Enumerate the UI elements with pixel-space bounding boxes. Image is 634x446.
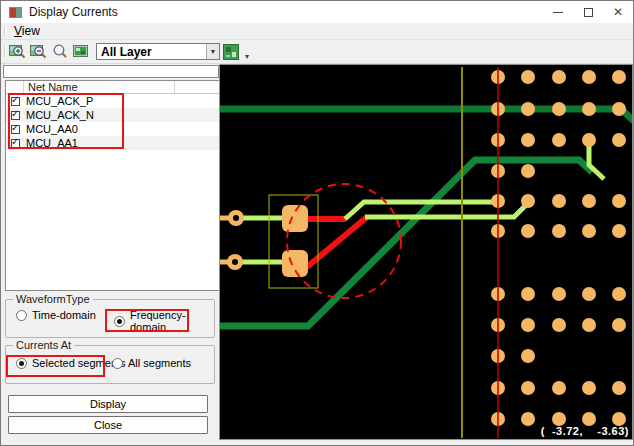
bga-pad <box>521 349 535 363</box>
bga-pad <box>582 194 596 208</box>
bga-pad <box>582 318 596 332</box>
radio-all-segments[interactable]: All segments <box>112 357 191 369</box>
component-pad <box>282 205 308 232</box>
net-list[interactable]: Net Name ✓MCU_ACK_P✓MCU_ACK_N✓MCU_AA0✓MC… <box>5 80 220 291</box>
bga-pad <box>612 133 626 147</box>
bga-pad <box>521 224 535 238</box>
net-name: MCU_AA0 <box>26 123 78 135</box>
display-currents-dialog: Display Currents ✕ View <box>0 0 634 446</box>
zoom-in-icon <box>9 43 26 60</box>
component-pad <box>282 250 308 277</box>
layer-combo-dropdown[interactable]: ▼ <box>206 44 219 59</box>
net-name: MCU_ACK_N <box>26 109 94 121</box>
bga-pad <box>521 194 535 208</box>
check-icon: ✓ <box>11 108 19 119</box>
zoom-out-button[interactable] <box>28 42 48 62</box>
net-checkbox[interactable]: ✓ <box>11 111 20 120</box>
net-list-header-checkbox-col <box>6 81 24 93</box>
menu-view[interactable]: View <box>6 22 48 40</box>
menu-bar: View <box>1 23 633 40</box>
bga-pad <box>612 194 626 208</box>
net-name: MCU_AA1 <box>26 137 78 149</box>
via-hole <box>233 215 239 221</box>
zoom-in-button[interactable] <box>7 42 27 62</box>
layer-combo[interactable]: All Layer ▼ <box>96 43 220 60</box>
currents-at-group: Currents At Selected segments All segmen… <box>5 345 215 384</box>
close-icon: ✕ <box>613 6 623 18</box>
net-row[interactable]: ✓MCU_AA0 <box>6 122 219 136</box>
board-icon <box>222 43 240 61</box>
check-icon: ✓ <box>11 136 19 147</box>
net-checkbox[interactable]: ✓ <box>11 139 20 148</box>
check-icon: ✓ <box>11 122 19 133</box>
bga-pad <box>582 224 596 238</box>
image-icon <box>72 43 89 60</box>
bga-pad <box>612 70 626 84</box>
net-row[interactable]: ✓MCU_AA1 <box>6 136 219 150</box>
bga-pad <box>552 412 566 426</box>
maximize-icon <box>584 8 593 17</box>
bga-pad <box>521 164 535 178</box>
check-icon: ✓ <box>11 94 19 105</box>
close-button[interactable]: Close <box>8 416 208 434</box>
radio-selected-segments[interactable]: Selected segments <box>16 357 126 369</box>
radio-icon <box>112 358 123 369</box>
bga-pad <box>612 381 626 395</box>
fit-view-button[interactable] <box>70 42 90 62</box>
bga-pad <box>582 102 596 116</box>
pcb-artwork <box>220 65 632 439</box>
waveform-type-label: WaveformType <box>13 293 93 305</box>
display-button[interactable]: Display <box>8 395 208 413</box>
bga-pad <box>612 412 626 426</box>
bga-pad <box>552 381 566 395</box>
net-checkbox[interactable]: ✓ <box>11 97 20 106</box>
bga-pad <box>521 102 535 116</box>
window-title: Display Currents <box>29 5 118 19</box>
bga-pad <box>612 287 626 301</box>
net-list-header: Net Name <box>6 81 219 94</box>
bga-pad <box>582 381 596 395</box>
bga-pad <box>552 102 566 116</box>
cursor-coordinates: ( -3.72, -3.63) <box>541 425 629 437</box>
toolbar: All Layer ▼ ▾ <box>1 40 633 64</box>
minimize-button[interactable] <box>543 1 573 23</box>
radio-icon <box>16 310 27 321</box>
bga-pad <box>521 70 535 84</box>
zoom-out-icon <box>30 43 47 60</box>
board-view-button[interactable] <box>221 42 241 62</box>
bga-pad <box>612 224 626 238</box>
via-hole <box>232 259 238 265</box>
toolbar-gripper <box>4 46 6 57</box>
titlebar: Display Currents ✕ <box>1 1 633 23</box>
bga-pad <box>521 287 535 301</box>
net-name: MCU_ACK_P <box>26 95 93 107</box>
bga-pad <box>552 194 566 208</box>
radio-frequency-domain[interactable]: Frequency-domain <box>114 309 214 333</box>
maximize-button[interactable] <box>573 1 603 23</box>
net-list-header-name[interactable]: Net Name <box>24 81 175 93</box>
bga-pad <box>582 133 596 147</box>
layer-combo-value: All Layer <box>97 45 206 59</box>
net-row[interactable]: ✓MCU_ACK_P <box>6 94 219 108</box>
zoom-window-icon <box>51 43 68 60</box>
radio-icon <box>114 316 125 327</box>
net-row[interactable]: ✓MCU_ACK_N <box>6 108 219 122</box>
pcb-canvas[interactable]: ( -3.72, -3.63) <box>219 64 633 440</box>
app-icon <box>9 7 22 18</box>
bga-pad <box>521 412 535 426</box>
toolbar-overflow-arrow-icon[interactable]: ▾ <box>245 52 249 63</box>
bga-pad <box>521 133 535 147</box>
zoom-window-button[interactable] <box>49 42 69 62</box>
bga-pad <box>582 70 596 84</box>
bga-pad <box>612 318 626 332</box>
bga-pad <box>582 412 596 426</box>
currents-at-label: Currents At <box>13 339 74 351</box>
minimize-icon <box>553 12 563 13</box>
net-filter-field[interactable] <box>3 65 219 78</box>
radio-icon <box>16 358 27 369</box>
radio-time-domain[interactable]: Time-domain <box>16 309 96 321</box>
bga-pad <box>552 287 566 301</box>
bga-pad <box>552 224 566 238</box>
net-checkbox[interactable]: ✓ <box>11 125 20 134</box>
close-window-button[interactable]: ✕ <box>603 1 633 23</box>
